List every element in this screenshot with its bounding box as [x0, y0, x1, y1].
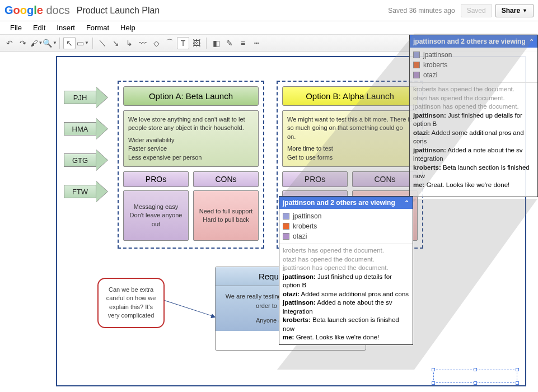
user-name: jpattinson [293, 212, 321, 220]
user-swatch-icon [413, 52, 420, 58]
separator [92, 38, 93, 49]
cons-label[interactable]: CONs [352, 171, 418, 187]
user-name: otazi [293, 232, 307, 240]
chat-user: otazi [283, 231, 409, 241]
desc-line: Get to use forms [287, 153, 413, 162]
arrow-label: HMA [64, 122, 96, 136]
arrow-pjh[interactable]: PJH [64, 88, 109, 106]
chat-system-msg: jpattinson has opened the document. [413, 102, 534, 111]
user-swatch-icon [413, 62, 420, 68]
fill-color-icon[interactable]: ◧ [210, 37, 222, 49]
chat-header[interactable]: jpattinson and 2 others are viewing ⌃ [279, 197, 413, 209]
shape-tool-icon[interactable]: ▭▼ [77, 37, 89, 49]
pros-label[interactable]: PROs [123, 171, 189, 187]
option-a-container[interactable]: Option A: Beta Launch We love store anyt… [118, 81, 264, 249]
chat-user: jpattinson [413, 50, 534, 60]
desc-line: Faster service [128, 144, 254, 153]
arrow-label: GTG [64, 153, 96, 167]
desc-line: Less expensive per person [128, 153, 254, 162]
user-swatch-icon [283, 223, 289, 230]
pros-label[interactable]: PROs [282, 171, 348, 187]
chat-system-msg: jpattinson has opened the document. [283, 264, 409, 273]
chat-user: kroberts [413, 60, 534, 70]
option-a-title[interactable]: Option A: Beta Launch [123, 86, 259, 106]
app-header: Google docs Product Launch Plan Saved 36… [0, 0, 538, 21]
share-button[interactable]: Share ▼ [495, 4, 534, 17]
option-b-description[interactable]: We might want to test this a bit more. T… [282, 110, 418, 167]
chat-message: kroberts: Beta launch section is finishe… [283, 316, 409, 333]
chat-user: kroberts [283, 221, 409, 231]
undo-icon[interactable]: ↶ [3, 37, 16, 49]
chat-message: kroberts: Beta launch section is finishe… [413, 164, 534, 181]
arrow-label: PJH [64, 91, 96, 104]
redo-icon[interactable]: ↷ [17, 37, 29, 49]
arc-tool-icon[interactable]: ⌒ [163, 37, 176, 49]
polyline-tool-icon[interactable]: ◇ [150, 37, 162, 49]
chat-header[interactable]: jpattinson and 2 others are viewing ⌃ [410, 35, 537, 48]
collapse-icon[interactable]: ⌃ [529, 38, 534, 45]
collapse-icon[interactable]: ⌃ [404, 199, 409, 207]
selected-shape[interactable] [433, 370, 517, 383]
menu-format[interactable]: Format [81, 22, 115, 33]
user-swatch-icon [283, 233, 289, 240]
document-title[interactable]: Product Launch Plan [77, 6, 389, 16]
chat-panel-zoomed[interactable]: jpattinson and 2 others are viewing ⌃ jp… [279, 196, 413, 345]
saved-button: Saved [461, 4, 492, 17]
connector-arrow[interactable] [165, 300, 216, 317]
menu-file[interactable]: File [4, 22, 27, 33]
chat-message: me: Great. Looks like we're done! [413, 181, 534, 190]
text-tool-icon[interactable]: T [177, 37, 189, 49]
option-a-pros[interactable]: Messaging easy Don't leave anyone out [123, 190, 189, 241]
cons-line: Need to full support [197, 207, 255, 216]
desc-line: We might want to test this a bit more. T… [287, 115, 413, 141]
user-swatch-icon [283, 213, 289, 220]
arrow-label: FTW [64, 185, 96, 198]
chat-system-msg: otazi has opened the document. [283, 255, 409, 264]
chat-message: jpattinson: Just finished up details for… [283, 273, 409, 290]
chat-message: jpattinson: Added a note about the sv in… [283, 298, 409, 316]
chat-message: otazi: Added some additional pros and co… [283, 290, 409, 299]
chat-user: jpattinson [283, 211, 409, 221]
desc-line: We love store anything and can't wait to… [128, 115, 254, 133]
curve-tool-icon[interactable]: 〰 [137, 37, 149, 49]
chat-message: me: Great. Looks like we're done! [283, 333, 409, 342]
menu-help[interactable]: Help [115, 22, 141, 33]
arrow-gtg[interactable]: GTG [64, 151, 109, 169]
caret-down-icon: ▼ [522, 8, 527, 13]
line-color-icon[interactable]: ✎ [223, 37, 236, 49]
line-weight-icon[interactable]: ≡ [237, 37, 249, 49]
chat-user: otazi [413, 70, 534, 80]
menu-edit[interactable]: Edit [27, 22, 51, 33]
separator [59, 38, 60, 49]
user-name: jpattinson [423, 51, 452, 59]
zoom-icon[interactable]: 🔍▼ [44, 37, 56, 49]
arrow-hma[interactable]: HMA [64, 120, 109, 138]
desc-line: Wider availability [128, 136, 254, 144]
google-docs-logo: Google docs [4, 4, 70, 17]
arrow-tool-icon[interactable]: ↘ [110, 37, 122, 49]
user-name: kroberts [293, 222, 317, 230]
cons-label[interactable]: CONs [193, 171, 259, 187]
pros-line: Messaging easy [127, 203, 185, 211]
cons-line: Hard to pull back [197, 216, 255, 224]
user-swatch-icon [413, 72, 420, 78]
chat-user-list: jpattinson kroberts otazi [279, 209, 413, 244]
save-status: Saved 36 minutes ago [388, 7, 455, 15]
image-tool-icon[interactable]: 🖼 [190, 37, 203, 49]
cursor-tool-icon[interactable]: ↖ [63, 37, 76, 49]
option-b-title[interactable]: Option B: Alpha Launch [282, 86, 418, 106]
chat-system-msg: kroberts has opened the document. [283, 246, 409, 255]
separator [206, 38, 207, 49]
chat-panel-docked[interactable]: jpattinson and 2 others are viewing ⌃ jp… [409, 35, 538, 197]
option-a-description[interactable]: We love store anything and can't wait to… [123, 110, 259, 167]
user-name: kroberts [423, 61, 447, 69]
menu-insert[interactable]: Insert [51, 22, 81, 33]
chat-log: kroberts has opened the document. otazi … [279, 244, 413, 344]
option-a-cons[interactable]: Need to full support Hard to pull back [193, 190, 259, 241]
paint-icon[interactable]: 🖌▼ [30, 37, 43, 49]
comment-bubble[interactable]: Can we be extra careful on how we explai… [97, 278, 165, 328]
line-dash-icon[interactable]: ┅ [250, 37, 263, 49]
arrow-ftw[interactable]: FTW [64, 183, 109, 200]
connector-tool-icon[interactable]: ↳ [123, 37, 135, 49]
line-tool-icon[interactable]: ＼ [96, 37, 109, 49]
